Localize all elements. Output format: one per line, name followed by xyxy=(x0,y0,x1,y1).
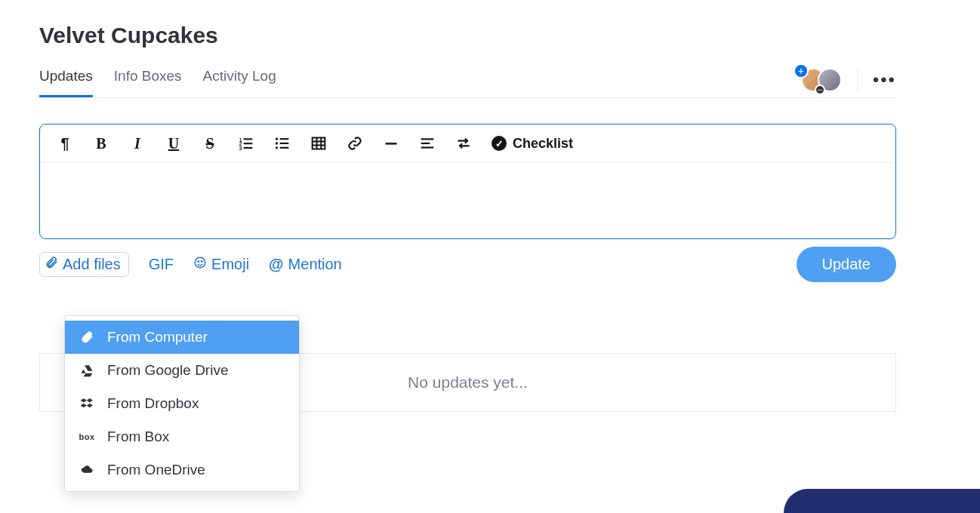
link-icon[interactable] xyxy=(347,135,363,152)
svg-point-23 xyxy=(202,261,203,263)
help-widget[interactable] xyxy=(784,489,980,513)
svg-point-21 xyxy=(195,257,205,268)
svg-rect-18 xyxy=(421,138,434,140)
checklist-label: Checklist xyxy=(513,136,573,152)
strikethrough-icon[interactable]: S xyxy=(202,135,218,152)
editor-actions: Add files GIF Emoji @ Mention Update xyxy=(39,239,896,282)
smile-icon xyxy=(193,256,207,273)
from-onedrive-label: From OneDrive xyxy=(107,462,205,478)
add-files-dropdown: From Computer From Google Drive From Dro… xyxy=(64,315,300,492)
tab-activity-log[interactable]: Activity Log xyxy=(203,62,276,97)
checklist-button[interactable]: ✓ Checklist xyxy=(492,136,573,152)
google-drive-icon xyxy=(79,364,95,377)
paperclip-icon xyxy=(45,256,58,273)
svg-point-22 xyxy=(198,261,199,263)
editor-textarea[interactable] xyxy=(40,163,895,238)
emoji-label: Emoji xyxy=(211,256,249,273)
svg-point-10 xyxy=(276,146,278,149)
svg-rect-17 xyxy=(386,143,397,145)
emoji-button[interactable]: Emoji xyxy=(193,256,249,273)
from-google-drive-item[interactable]: From Google Drive xyxy=(65,354,299,387)
svg-point-8 xyxy=(276,142,278,144)
from-dropbox-label: From Dropbox xyxy=(107,395,199,412)
add-files-button[interactable]: Add files xyxy=(39,252,129,277)
add-member-icon[interactable]: + xyxy=(794,63,809,78)
table-icon[interactable] xyxy=(310,135,327,152)
mention-label: Mention xyxy=(288,256,342,273)
svg-text:3: 3 xyxy=(239,146,242,151)
from-box-item[interactable]: box From Box xyxy=(65,420,299,453)
members-avatars[interactable]: + – xyxy=(801,66,842,94)
header-right: + – ••• xyxy=(801,66,896,94)
from-box-label: From Box xyxy=(107,429,169,445)
from-dropbox-item[interactable]: From Dropbox xyxy=(65,387,299,420)
ordered-list-icon[interactable]: 123 xyxy=(238,135,254,152)
swap-icon[interactable] xyxy=(455,135,472,152)
unordered-list-icon[interactable] xyxy=(274,135,291,152)
divider xyxy=(857,69,858,91)
svg-rect-9 xyxy=(280,143,289,144)
from-computer-label: From Computer xyxy=(107,329,208,346)
dropbox-icon xyxy=(79,397,95,410)
from-onedrive-item[interactable]: From OneDrive xyxy=(65,453,299,487)
horizontal-rule-icon[interactable] xyxy=(383,135,399,152)
tab-updates[interactable]: Updates xyxy=(39,62,93,97)
underline-icon[interactable]: U xyxy=(165,135,182,152)
editor-wrap: ¶ B I U S 123 xyxy=(39,124,896,282)
gif-button[interactable]: GIF xyxy=(149,256,174,273)
bold-icon[interactable]: B xyxy=(93,135,109,152)
paperclip-icon xyxy=(79,330,95,344)
svg-point-6 xyxy=(276,138,278,140)
svg-rect-12 xyxy=(313,138,325,149)
onedrive-icon xyxy=(79,463,95,477)
svg-rect-7 xyxy=(280,138,289,140)
actions-left: Add files GIF Emoji @ Mention xyxy=(39,252,342,277)
remove-member-icon: – xyxy=(815,84,825,95)
from-gdrive-label: From Google Drive xyxy=(107,362,229,379)
from-computer-item[interactable]: From Computer xyxy=(65,321,299,354)
update-button[interactable]: Update xyxy=(797,247,897,282)
tabs: Updates Info Boxes Activity Log xyxy=(39,62,276,97)
editor-toolbar: ¶ B I U S 123 xyxy=(40,124,895,163)
at-icon: @ xyxy=(269,256,284,273)
svg-rect-19 xyxy=(421,143,430,144)
svg-rect-5 xyxy=(244,147,253,149)
mention-button[interactable]: @ Mention xyxy=(269,256,342,273)
add-files-label: Add files xyxy=(63,256,121,273)
box-icon: box xyxy=(79,432,95,441)
header-row: Updates Info Boxes Activity Log + – ••• xyxy=(39,62,896,98)
tab-info-boxes[interactable]: Info Boxes xyxy=(114,62,182,97)
italic-icon[interactable]: I xyxy=(129,135,146,152)
svg-rect-20 xyxy=(421,147,434,149)
update-editor: ¶ B I U S 123 xyxy=(39,124,896,239)
svg-rect-1 xyxy=(244,138,253,140)
align-icon[interactable] xyxy=(419,135,436,152)
svg-rect-11 xyxy=(280,147,289,149)
paragraph-icon[interactable]: ¶ xyxy=(57,135,73,152)
svg-rect-3 xyxy=(244,143,253,144)
more-menu-icon[interactable]: ••• xyxy=(873,69,896,91)
item-title: Velvet Cupcakes xyxy=(39,23,896,48)
check-circle-icon: ✓ xyxy=(492,136,507,151)
